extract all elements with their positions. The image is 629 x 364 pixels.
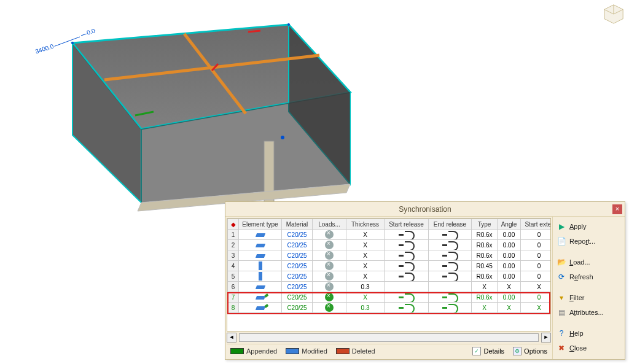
- cell-angle: X: [498, 303, 521, 313]
- apply-button[interactable]: ▶AApplypply: [555, 220, 622, 233]
- dialog-title: Synchronisation: [399, 205, 451, 214]
- dialog-close-button[interactable]: ×: [612, 204, 622, 214]
- beam-icon: [255, 233, 265, 237]
- load-status-icon: [325, 272, 334, 281]
- legend-deleted: Deleted: [336, 347, 375, 355]
- row-number[interactable]: 2: [228, 240, 239, 250]
- attributes-button[interactable]: ▤Attributes...: [555, 306, 622, 319]
- release-icon: [399, 252, 415, 259]
- cell-material: C20/25: [282, 240, 313, 250]
- cell-type: R0.6x: [472, 230, 498, 240]
- scroll-track[interactable]: [239, 333, 539, 342]
- help-button[interactable]: ?Help: [555, 327, 622, 339]
- cell-end-release: [429, 271, 472, 282]
- release-icon: [442, 293, 458, 301]
- view-cube[interactable]: [602, 2, 625, 27]
- options-toggle[interactable]: ⚙Options: [513, 347, 547, 355]
- legend-appended: Appended: [230, 347, 277, 355]
- row-number[interactable]: 1: [228, 230, 239, 240]
- load-button[interactable]: 📂Load...: [555, 256, 622, 268]
- report-button[interactable]: 📄Report...: [555, 235, 622, 247]
- cell-thickness: 0.3: [346, 303, 385, 313]
- plate-icon: [255, 285, 265, 289]
- cell-element-type: [239, 250, 282, 261]
- table-row[interactable]: 7C20/25XR0.6x0.000: [228, 292, 552, 303]
- col-header-angle[interactable]: Angle: [498, 219, 521, 230]
- col-header-marker[interactable]: ◆: [228, 219, 239, 230]
- table-row[interactable]: 5C20/25XR0.6x0.000: [228, 271, 552, 282]
- cell-start-exter: 0: [521, 292, 552, 303]
- cell-start-exter: X: [521, 303, 552, 313]
- col-header-start-release[interactable]: Start release: [385, 219, 429, 230]
- cell-material: C20/25: [282, 303, 313, 313]
- row-number[interactable]: 6: [228, 282, 239, 292]
- col-header-type[interactable]: Type: [472, 219, 498, 230]
- refresh-button[interactable]: ⟳Refresh: [555, 271, 622, 283]
- col-header-thickness[interactable]: Thickness: [346, 219, 385, 230]
- cell-material: C20/25: [282, 292, 313, 303]
- scroll-right-button[interactable]: ►: [541, 333, 551, 343]
- cell-end-release: [429, 282, 472, 292]
- cell-angle: 0.00: [498, 250, 521, 261]
- row-number[interactable]: 3: [228, 250, 239, 261]
- cell-loads: [313, 230, 346, 240]
- cell-loads: [313, 282, 346, 292]
- table-row[interactable]: 2C20/25XR0.6x0.000: [228, 240, 552, 250]
- close-button[interactable]: ✖Close: [555, 342, 622, 354]
- table-row[interactable]: 4C20/25XR0.450.000: [228, 261, 552, 271]
- cell-start-release: [385, 250, 429, 261]
- col-header-material[interactable]: Material: [282, 219, 313, 230]
- cell-thickness: X: [346, 292, 385, 303]
- cell-end-release: [429, 240, 472, 250]
- cell-start-release: [385, 230, 429, 240]
- svg-point-13: [71, 42, 74, 44]
- release-icon: [442, 304, 458, 311]
- col-header-end-release[interactable]: End release: [429, 219, 472, 230]
- cell-loads: [313, 271, 346, 282]
- svg-point-14: [287, 23, 290, 26]
- cell-end-release: [429, 250, 472, 261]
- close-icon: ✖: [557, 343, 566, 353]
- legend-row: Appended Modified Deleted ✓Details ⚙Opti…: [227, 344, 551, 358]
- cell-start-release: [385, 282, 429, 292]
- dialog-titlebar[interactable]: Synchronisation ×: [225, 202, 625, 217]
- sync-table[interactable]: ◆ Element type Material Loads... Thickne…: [227, 219, 551, 313]
- cell-end-release: [429, 261, 472, 271]
- dialog-side-panel: ▶AApplypply 📄Report... 📂Load... ⟳Refresh…: [552, 217, 625, 359]
- cell-thickness: X: [346, 261, 385, 271]
- table-row[interactable]: 6C20/250.3XXX: [228, 282, 552, 292]
- beam-icon: [255, 254, 265, 258]
- col-header-loads[interactable]: Loads...: [313, 219, 346, 230]
- filter-icon: ▾: [557, 293, 566, 303]
- scroll-left-button[interactable]: ◄: [227, 333, 236, 343]
- cell-loads: [313, 303, 346, 313]
- svg-point-15: [281, 136, 284, 139]
- row-number[interactable]: 8: [228, 303, 239, 313]
- table-row[interactable]: 3C20/25XR0.6x0.000: [228, 250, 552, 261]
- col-header-element-type[interactable]: Element type: [239, 219, 282, 230]
- row-number[interactable]: 7: [228, 292, 239, 303]
- col-header-start-exter[interactable]: Start exter: [521, 219, 552, 230]
- cell-start-release: [385, 261, 429, 271]
- filter-button[interactable]: ▾Filter: [555, 292, 622, 304]
- release-icon: [399, 273, 415, 280]
- cell-type: R0.6x: [472, 271, 498, 282]
- cell-angle: 0.00: [498, 292, 521, 303]
- table-row[interactable]: 1C20/25XR0.6x0.000: [228, 230, 552, 240]
- beam-icon: [255, 244, 265, 247]
- cell-start-release: [385, 303, 429, 313]
- horizontal-scrollbar[interactable]: ◄ ►: [227, 331, 551, 344]
- row-number[interactable]: 4: [228, 261, 239, 271]
- cell-material: C20/25: [282, 230, 313, 240]
- cell-type: R0.6x: [472, 240, 498, 250]
- cell-start-release: [385, 292, 429, 303]
- cell-angle: 0.00: [498, 271, 521, 282]
- cell-thickness: X: [346, 250, 385, 261]
- release-icon: [399, 304, 415, 311]
- table-row[interactable]: 8C20/250.3XXX: [228, 303, 552, 313]
- load-status-icon: [325, 241, 334, 249]
- details-toggle[interactable]: ✓Details: [472, 347, 504, 355]
- cell-element-type: [239, 282, 282, 292]
- row-number[interactable]: 5: [228, 271, 239, 282]
- cell-type: X: [472, 303, 498, 313]
